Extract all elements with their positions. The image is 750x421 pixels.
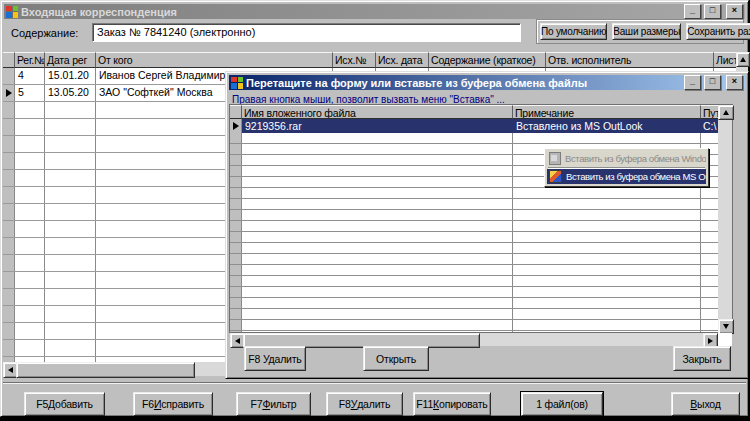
row-marker-icon (233, 122, 239, 130)
cell-reg-no: 5 (15, 85, 45, 102)
main-window-title: Входящая корреспонденция (21, 6, 681, 18)
header-out-no: Исх.№ (333, 52, 376, 68)
cell-filename: 9219356.rar (242, 119, 513, 133)
paste-context-menu: Вставить из буфера обмена Windows Встави… (544, 148, 709, 187)
dialog-icon (231, 77, 243, 89)
cell-note: Вставлено из MS OutLook (513, 119, 701, 133)
attachments-hscrollbar[interactable] (230, 333, 718, 346)
bottom-separator (3, 382, 746, 384)
edit-button[interactable]: F6 Исправить (133, 392, 213, 416)
scrollbar-corner (718, 333, 732, 346)
header-reg-no: Рег.№ (15, 52, 45, 68)
dialog-hint: Правая кнопка мыши, позволит вызвать мен… (232, 94, 505, 105)
add-button[interactable]: F5 Добавить (24, 392, 105, 416)
attachments-grid[interactable]: Имя вложенного файла Примечание Путь 921… (230, 105, 732, 332)
correspondence-grid-header: Рег.№ Дата рег От кого Исх.№ Исх. дата С… (3, 52, 736, 68)
header-note: Примечание (513, 105, 701, 119)
header-marker-cell (230, 105, 242, 119)
scroll-down-icon[interactable] (718, 319, 734, 334)
header-summary: Содержание (краткое) (429, 52, 546, 68)
screen: Входящая корреспонденция _ □ × Содержани… (0, 0, 750, 421)
menu-item-paste-windows[interactable]: Вставить из буфера обмена Windows (547, 151, 706, 166)
content-field[interactable]: Заказ № 7841240 (электронно) (92, 23, 521, 42)
dialog-maximize-icon[interactable]: □ (704, 75, 721, 90)
dialog-close-button[interactable]: Закрыть (673, 346, 731, 371)
header-path: Путь (701, 105, 718, 119)
size-buttons-panel: По умолчанию Ваши размеры Сохранить разм… (536, 19, 744, 44)
cell-reg-no: 4 (15, 68, 45, 85)
header-out-date: Исх. дата (376, 52, 429, 68)
header-filename: Имя вложенного файла (242, 105, 513, 119)
menu-item-paste-outlook[interactable]: Вставить из буфера обмена MS Outlook (547, 169, 706, 184)
scroll-up-icon[interactable] (736, 52, 750, 67)
header-marker-cell (3, 52, 15, 68)
scroll-up-icon[interactable] (718, 105, 734, 120)
attach-files-dialog: Перетащите на форму или вставьте из буфе… (225, 71, 749, 379)
attachments-vscrollbar[interactable] (718, 105, 732, 332)
dialog-titlebar: Перетащите на форму или вставьте из буфе… (229, 75, 745, 90)
header-sheets: Лист (714, 52, 736, 68)
maximize-icon[interactable]: □ (704, 4, 721, 19)
dialog-open-button[interactable]: Открыть (363, 346, 429, 371)
app-icon (6, 6, 18, 18)
cell-reg-date: 13.05.20 (45, 85, 96, 102)
header-executor: Отв. исполнитель (546, 52, 714, 68)
filter-button[interactable]: F7 Фильтр (236, 392, 311, 416)
your-sizes-button[interactable]: Ваши размеры (612, 23, 681, 40)
header-from: От кого (96, 52, 333, 68)
default-sizes-button[interactable]: По умолчанию (540, 23, 607, 40)
paste-clipboard-icon (549, 152, 561, 165)
table-row[interactable]: 9219356.rar Вставлено из MS OutLook C:\ (230, 119, 718, 133)
minimize-icon[interactable]: _ (684, 4, 701, 19)
row-marker-icon (6, 89, 12, 97)
main-titlebar: Входящая корреспонденция _ □ × (4, 4, 745, 19)
menu-separator (548, 167, 705, 168)
delete-button[interactable]: F8 Удалить (326, 392, 403, 416)
copy-button[interactable]: F11 Копировать (413, 392, 491, 416)
content-value: Заказ № 7841240 (электронно) (93, 24, 520, 40)
outlook-paste-icon (549, 170, 562, 183)
close-icon[interactable]: × (726, 4, 743, 19)
dialog-minimize-icon[interactable]: _ (684, 75, 701, 90)
files-count-button[interactable]: 1 файл(ов) (521, 392, 603, 416)
dialog-delete-button[interactable]: F8 Удалить (244, 346, 306, 371)
cell-reg-date: 15.01.20 (45, 68, 96, 85)
exit-button[interactable]: Выход (671, 392, 740, 416)
save-sizes-button[interactable]: Сохранить размеры (686, 23, 750, 40)
attachments-grid-header: Имя вложенного файла Примечание Путь (230, 105, 718, 119)
cell-path: C:\ (701, 119, 718, 133)
hscroll-thumb[interactable] (16, 362, 195, 378)
dialog-title: Перетащите на форму или вставьте из буфе… (246, 77, 681, 89)
dialog-close-icon[interactable]: × (726, 75, 743, 90)
header-reg-date: Дата рег (45, 52, 96, 68)
content-label: Содержание: (11, 27, 78, 39)
